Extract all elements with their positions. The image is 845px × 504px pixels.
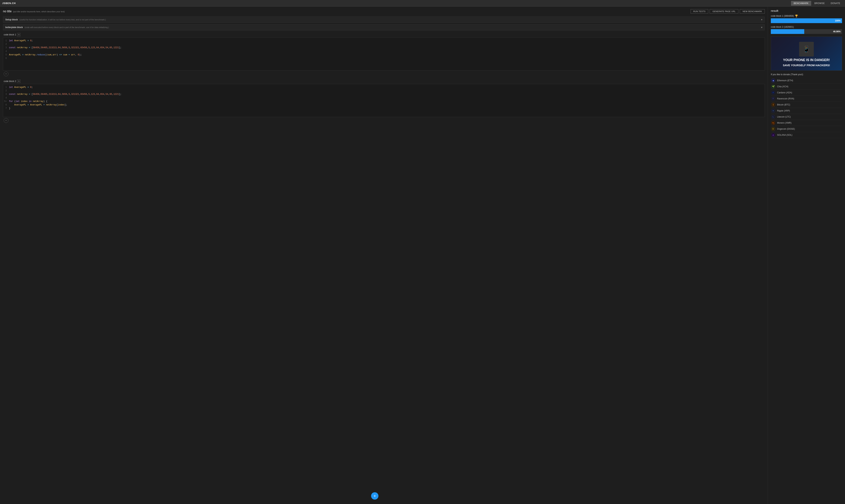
nav-browse[interactable]: BROWSE	[812, 1, 827, 6]
crypto-list-item[interactable]: ÐDogecoin (DOGE)	[771, 126, 842, 132]
benchmark-result-2: code block 2 (1829001) 46.96%	[771, 26, 842, 34]
crypto-name: Ethereum (ETH)	[777, 79, 793, 82]
copy-code-block-2-button[interactable]: ⧉	[17, 79, 20, 83]
code-block-1-label: code block 1	[4, 33, 16, 36]
code-block-1-section: code block 1 ⧉ 1 let AveragePL = 0; 2 3 …	[3, 32, 765, 76]
setup-block: Setup block (useful for function initial…	[3, 17, 765, 23]
crypto-list-item[interactable]: ŁLitecoin (LTC)	[771, 114, 842, 120]
ad-subheadline: SAVE YOURSELF FROM HACKERS!	[774, 64, 839, 67]
code-line: 5 AveragePL = netArray.reduce((sum,arr) …	[4, 53, 764, 57]
progress-bar-2-label: 46.96%	[833, 30, 841, 33]
crypto-name: Bitcoin (BTC)	[777, 104, 790, 106]
crypto-list-item[interactable]: ₳Cardano (ADA)	[771, 90, 842, 96]
crypto-list-item[interactable]: ₿Bitcoin (BTC)	[771, 102, 842, 108]
crypto-icon: Ð	[771, 127, 775, 131]
crypto-name: Ripple (XRP)	[777, 109, 790, 112]
code-line: 2	[4, 42, 764, 46]
header-buttons: RUN TESTS GENERATE PAGE URL NEW BENCHMAR…	[691, 9, 765, 14]
code-line: 2	[4, 89, 764, 93]
crypto-name: Chia (XCH)	[777, 85, 788, 88]
crypto-icon: 🌱	[771, 85, 775, 89]
crypto-icon: ₿	[771, 103, 775, 107]
new-benchmark-button[interactable]: NEW BENCHMARK	[740, 9, 765, 14]
crypto-list-item[interactable]: ✕Ripple (XRP)	[771, 108, 842, 114]
right-panel: result code block 1 (3894858) 🏆 100% cod…	[768, 6, 845, 504]
boilerplate-block-title: boilerplate block (code will executed be…	[5, 26, 109, 29]
crypto-list-item[interactable]: 🌱Chia (XCH)	[771, 84, 842, 90]
add-code-block-button[interactable]: +	[371, 492, 378, 500]
crypto-list-item[interactable]: ɱMonero (XMR)	[771, 120, 842, 126]
crypto-icon: ₳	[771, 91, 775, 95]
crypto-name: Dogecoin (DOGE)	[777, 128, 795, 130]
setup-block-header[interactable]: Setup block (useful for function initial…	[3, 17, 764, 22]
code-block-2-label: code block 2	[4, 80, 16, 83]
code-line: 5+ for (let index in netArray) {	[4, 100, 764, 103]
crypto-name: Ravencoin (RVN)	[777, 97, 794, 100]
boilerplate-block-header[interactable]: boilerplate block (code will executed be…	[3, 24, 764, 30]
crypto-name: Monero (XMR)	[777, 122, 792, 124]
main-layout: no title (put title and/or keywords here…	[0, 6, 845, 504]
crypto-list-item[interactable]: ◎SOLANA (SOL)	[771, 132, 842, 138]
site-logo: JSBEN.CH	[2, 2, 16, 5]
ad-banner[interactable]: 📱 YOUR PHONE IS IN DANGER! SAVE YOURSELF…	[771, 36, 842, 71]
code-line: 1 let AveragePL = 0;	[4, 39, 764, 42]
generate-url-button[interactable]: GENERATE PAGE URL	[710, 9, 738, 14]
remove-code-block-2-button[interactable]: −	[4, 118, 8, 123]
progress-bar-1-container: 100%	[771, 18, 842, 23]
code-line: 6 AveragePL = AveragePL + netArray[index…	[4, 103, 764, 107]
crypto-icon: ✕	[771, 109, 775, 113]
trophy-icon: 🏆	[795, 15, 798, 17]
nav-benchmark[interactable]: BENCHMARK	[791, 1, 811, 6]
crypto-list-item[interactable]: RRavencoin (RVN)	[771, 96, 842, 102]
code-line: 7 }	[4, 107, 764, 110]
ad-banner-inner: 📱 YOUR PHONE IS IN DANGER! SAVE YOURSELF…	[771, 37, 842, 70]
code-line: 3 const netArray = [56456,56465,213213,6…	[4, 46, 764, 50]
result-title: result	[771, 9, 842, 12]
crypto-list-item[interactable]: ◆Ethereum (ETH)	[771, 77, 842, 84]
page-title[interactable]: no title	[3, 10, 12, 13]
copy-code-block-1-button[interactable]: ⧉	[17, 33, 20, 36]
code-block-2-editor[interactable]: 1 let AveragePL = 0; 2 3 const netArray …	[3, 84, 765, 117]
progress-bar-1-label: 100%	[835, 19, 841, 22]
benchmark-result-1-label: code block 1 (3894858) 🏆	[771, 15, 842, 17]
benchmark-result-1: code block 1 (3894858) 🏆 100%	[771, 15, 842, 23]
crypto-name: Litecoin (LTC)	[777, 115, 791, 118]
code-block-2-section: code block 2 ⧉ 1 let AveragePL = 0; 2 3 …	[3, 78, 765, 123]
code-block-1-editor[interactable]: 1 let AveragePL = 0; 2 3 const netArray …	[3, 37, 765, 70]
run-tests-button[interactable]: RUN TESTS	[691, 9, 708, 14]
code-line: 6	[4, 57, 764, 60]
setup-block-title: Setup block (useful for function initial…	[5, 18, 106, 21]
boilerplate-block-chevron: ▾	[761, 26, 762, 29]
ad-phone-image: 📱	[799, 42, 814, 56]
page-header: no title (put title and/or keywords here…	[3, 9, 765, 14]
nav-links: BENCHMARK BROWSE DONATE	[791, 1, 843, 6]
crypto-list: ◆Ethereum (ETH)🌱Chia (XCH)₳Cardano (ADA)…	[771, 77, 842, 138]
setup-block-chevron: ▾	[761, 18, 762, 21]
crypto-icon: ɱ	[771, 121, 775, 125]
page-title-area: no title (put title and/or keywords here…	[3, 10, 65, 13]
crypto-name: Cardano (ADA)	[777, 91, 792, 94]
code-line: 1 let AveragePL = 0;	[4, 86, 764, 89]
remove-code-block-1-button[interactable]: −	[4, 72, 8, 76]
code-block-2-header: code block 2 ⧉	[3, 78, 765, 84]
progress-bar-2-fill	[771, 29, 804, 34]
progress-bar-1-fill	[771, 18, 842, 23]
crypto-icon: ◎	[771, 133, 775, 137]
boilerplate-block: boilerplate block (code will executed be…	[3, 24, 765, 31]
crypto-icon: R	[771, 97, 775, 101]
code-line: 4	[4, 50, 764, 53]
crypto-icon: ◆	[771, 78, 775, 83]
top-navigation: JSBEN.CH BENCHMARK BROWSE DONATE	[0, 0, 845, 6]
benchmark-result-2-label: code block 2 (1829001)	[771, 26, 842, 28]
nav-donate[interactable]: DONATE	[828, 1, 843, 6]
crypto-name: SOLANA (SOL)	[777, 134, 792, 136]
code-line: 4	[4, 96, 764, 100]
crypto-icon: Ł	[771, 115, 775, 119]
left-panel: no title (put title and/or keywords here…	[0, 6, 768, 504]
ad-headline: YOUR PHONE IS IN DANGER!	[774, 58, 839, 62]
donate-title: If you like to donate (Thank you!):	[771, 73, 842, 76]
page-title-hint: (put title and/or keywords here, which d…	[13, 11, 65, 13]
progress-bar-2-container: 46.96%	[771, 29, 842, 34]
code-block-1-header: code block 1 ⧉	[3, 32, 765, 37]
code-line: 3 const netArray = [56456,56465,213213,6…	[4, 93, 764, 96]
